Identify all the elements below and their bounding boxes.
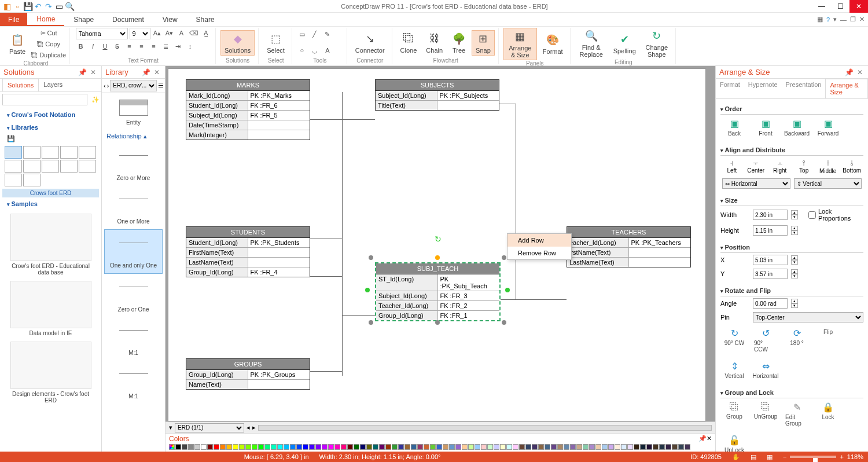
connector[interactable] <box>342 315 375 316</box>
rotate-header[interactable]: Rotate and Flip <box>720 285 863 296</box>
color-swatch[interactable] <box>595 444 601 450</box>
tab-share[interactable]: Share <box>187 13 224 26</box>
color-swatch[interactable] <box>436 444 442 450</box>
distribute-horizontal[interactable]: ⇔ Horizontal <box>722 178 790 189</box>
order-header[interactable]: Order <box>720 104 863 115</box>
color-swatch[interactable] <box>506 444 512 450</box>
tab-hypernote[interactable]: Hypernote <box>744 79 782 98</box>
color-swatch[interactable] <box>258 444 264 450</box>
entity-teachers[interactable]: TEACHERSeacher_Id(Long)PK :PK_Teachersir… <box>567 226 691 267</box>
pin-icon[interactable]: 📌 <box>76 68 89 76</box>
qa-open-icon[interactable]: ▫ <box>13 2 22 11</box>
lib-next-icon[interactable]: › <box>107 82 109 89</box>
align-center-icon[interactable]: ≡ <box>137 41 147 52</box>
color-swatch[interactable] <box>659 444 665 450</box>
color-swatch[interactable] <box>385 444 391 450</box>
sample-thumb[interactable]: Design elements - Crow's foot ERD <box>10 342 91 405</box>
edit-group-button[interactable]: ✎Edit Group <box>785 402 808 427</box>
tool-ellipse-icon[interactable]: ○ <box>297 45 307 56</box>
angle-input[interactable] <box>753 298 788 309</box>
color-swatch[interactable] <box>354 444 359 450</box>
sample-thumb[interactable]: Crow's foot ERD - Educational data base <box>10 214 91 277</box>
arrange-size-button[interactable]: ▦Arrange & Size <box>503 28 537 60</box>
color-swatch[interactable] <box>360 444 366 450</box>
lib-cell[interactable] <box>60 146 78 159</box>
tab-arrange[interactable]: Arrange & Size <box>825 79 868 98</box>
connector[interactable] <box>516 104 516 299</box>
color-swatch[interactable] <box>640 444 646 450</box>
color-swatch[interactable] <box>315 444 321 450</box>
library-select[interactable]: ERD, crow'... <box>110 80 157 91</box>
color-swatch[interactable] <box>309 444 315 450</box>
cut-button[interactable]: ✂Cut <box>31 28 66 38</box>
options-icon[interactable]: ▾ <box>833 16 837 23</box>
tree-button[interactable]: 🌳Tree <box>448 31 469 55</box>
paste-button[interactable]: 📋Paste <box>6 32 29 56</box>
layers-tab[interactable]: Layers <box>39 79 67 91</box>
color-swatch[interactable] <box>284 444 289 450</box>
tool-rect-icon[interactable]: ▭ <box>297 30 307 40</box>
solutions-search[interactable] <box>2 94 87 105</box>
connector[interactable] <box>310 371 342 372</box>
select-button[interactable]: ⬚Select <box>263 31 288 55</box>
color-swatch[interactable] <box>672 444 678 450</box>
library-item[interactable]: One or More <box>104 186 163 229</box>
color-swatch[interactable] <box>532 444 538 450</box>
color-swatch[interactable] <box>608 444 614 450</box>
format-button[interactable]: 🎨Format <box>539 32 567 56</box>
color-swatch[interactable] <box>576 444 582 450</box>
save-mini-icon[interactable]: 💾 <box>2 134 99 144</box>
tab-format[interactable]: Format <box>716 79 744 98</box>
color-swatch[interactable] <box>264 444 270 450</box>
font-size-select[interactable]: 9 <box>130 28 150 39</box>
color-swatch[interactable] <box>500 444 506 450</box>
zoom-in-icon[interactable]: + <box>840 453 843 460</box>
color-swatch[interactable] <box>379 444 385 450</box>
library-item[interactable]: Zero or One <box>104 274 163 317</box>
lock-proportions-checkbox[interactable] <box>808 211 816 219</box>
font-color-icon[interactable]: A̲ <box>201 28 211 38</box>
font-shrink-icon[interactable]: A▾ <box>164 28 175 38</box>
zoom-control[interactable]: − + 118% <box>783 453 863 460</box>
strike-icon[interactable]: S̶ <box>112 41 123 52</box>
change-shape-button[interactable]: ↻Change Shape <box>642 28 672 59</box>
color-swatch[interactable] <box>392 444 398 450</box>
height-input[interactable] <box>753 225 788 236</box>
color-swatch[interactable] <box>303 444 308 450</box>
canvas[interactable]: MARKSMark_Id(Long)PK :PK_MarksStudent_Id… <box>168 68 706 421</box>
pin-icon[interactable]: 📌 <box>843 68 855 76</box>
color-swatch[interactable] <box>462 444 468 450</box>
color-swatch[interactable] <box>602 444 608 450</box>
color-swatch[interactable] <box>417 444 423 450</box>
tool-pen-icon[interactable]: ✎ <box>322 30 333 40</box>
zoom-out-icon[interactable]: − <box>783 453 786 460</box>
color-swatch[interactable] <box>239 444 245 450</box>
rotate-180-button[interactable]: ⟳180 ° <box>785 328 808 353</box>
connector[interactable] <box>501 299 567 300</box>
duplicate-button[interactable]: ⿻Duplicate <box>31 50 66 60</box>
hscroll[interactable] <box>258 425 712 431</box>
color-swatch[interactable] <box>411 444 417 450</box>
connector-button[interactable]: ↘Connector <box>352 31 388 55</box>
align-left-button[interactable]: ⫞Left <box>723 158 741 174</box>
entity-subjects[interactable]: SUBJECTSSubject_Id(Long)PK :PK_SubjectsT… <box>375 79 499 111</box>
zoom-slider[interactable] <box>790 456 836 458</box>
width-input[interactable] <box>753 210 788 220</box>
help-icon[interactable]: ? <box>826 16 830 23</box>
rotate-handle-icon[interactable]: ↻ <box>435 234 442 244</box>
color-swatch[interactable] <box>551 444 557 450</box>
menu-add-row[interactable]: Add Row <box>507 234 571 247</box>
color-swatch[interactable] <box>475 444 480 450</box>
send-back-button[interactable]: ▣Back <box>723 118 746 137</box>
align-top-button[interactable]: ⫯Top <box>795 158 812 174</box>
color-swatch[interactable] <box>615 444 620 450</box>
bold-icon[interactable]: B <box>76 41 86 52</box>
ribbon-menu-icon[interactable]: ▦ <box>817 16 823 23</box>
color-swatch[interactable] <box>449 444 455 450</box>
file-menu[interactable]: File <box>0 13 27 26</box>
align-header[interactable]: Align and Distribute <box>720 145 863 156</box>
color-swatch[interactable] <box>214 444 219 450</box>
tab-view[interactable]: View <box>153 13 187 26</box>
rotate-cw-button[interactable]: ↻90° CW <box>723 328 746 353</box>
solutions-tab[interactable]: Solutions <box>2 79 39 91</box>
